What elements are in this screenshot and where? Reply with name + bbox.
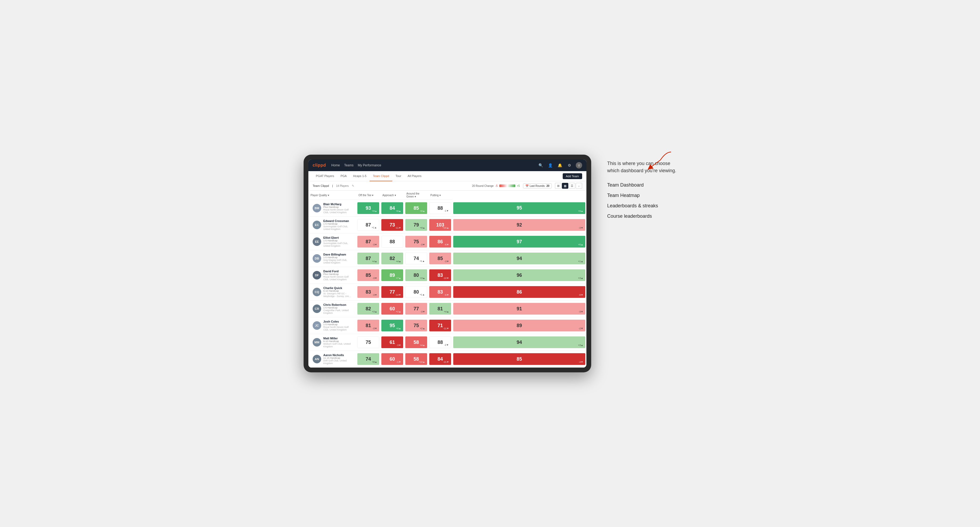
player-cell-7[interactable]: JCJosh Coles1-5 HandicapRoyal North Devo… xyxy=(309,317,356,334)
score-cell-1-1[interactable]: 73-11▼ xyxy=(380,217,404,233)
tab-pga[interactable]: PGA xyxy=(337,171,350,181)
nav-my-performance[interactable]: My Performance xyxy=(358,162,381,168)
score-cell-9-4[interactable]: 85-4▼ xyxy=(452,351,586,368)
add-team-button[interactable]: Add Team xyxy=(563,173,582,179)
score-cell-4-4[interactable]: 96+3▲ xyxy=(452,267,586,284)
score-cell-4-0[interactable]: 85-3▼ xyxy=(356,267,380,284)
score-cell-8-0[interactable]: 75 xyxy=(356,334,380,351)
score-cell-0-0[interactable]: 93+9▲ xyxy=(356,200,380,217)
col-header-putting[interactable]: Putting ▾ xyxy=(428,190,452,200)
last-rounds-label: Last Rounds: xyxy=(530,184,546,187)
tab-team-clippd[interactable]: Team Clippd xyxy=(370,171,392,181)
score-cell-9-1[interactable]: 60-1▼ xyxy=(380,351,404,368)
nav-teams[interactable]: Teams xyxy=(344,162,353,168)
view-heatmap-button[interactable]: ▦ xyxy=(562,183,568,189)
score-change: +1▲ xyxy=(578,260,583,263)
score-cell-4-2[interactable]: 80+3▲ xyxy=(404,267,428,284)
score-cell-7-1[interactable]: 95+8▲ xyxy=(380,317,404,334)
score-value: 97 xyxy=(517,239,522,244)
avatar[interactable]: U xyxy=(576,162,582,168)
score-cell-5-3[interactable]: 83-6▼ xyxy=(428,284,452,300)
score-cell-7-4[interactable]: 89-2▼ xyxy=(452,317,586,334)
tab-all-players[interactable]: All Players xyxy=(404,171,425,181)
score-cell-9-0[interactable]: 74+8▲ xyxy=(356,351,380,368)
view-list-button[interactable]: ☰ xyxy=(569,183,575,189)
score-cell-8-1[interactable]: 61-3▼ xyxy=(380,334,404,351)
annotation-panel: This is where you can choose which dashb… xyxy=(607,155,676,219)
search-icon[interactable]: 🔍 xyxy=(538,162,544,168)
score-cell-3-3[interactable]: 85-3▼ xyxy=(428,250,452,267)
col-header-off-tee[interactable]: Off the Tee ▾ xyxy=(356,190,380,200)
player-cell-9[interactable]: ANAaron Nicholls11-15 HandicapDrift Golf… xyxy=(309,351,356,368)
score-cell-2-1[interactable]: 88 xyxy=(380,233,404,250)
view-export-button[interactable]: ↓ xyxy=(576,183,582,189)
view-grid-button[interactable]: ⊞ xyxy=(555,183,562,189)
score-cell-2-2[interactable]: 75-3▼ xyxy=(404,233,428,250)
player-cell-8[interactable]: MMMatt Miller6-10 HandicapWoburn Golf Cl… xyxy=(309,334,356,351)
score-cell-0-2[interactable]: 85+8▲ xyxy=(404,200,428,217)
score-change: -2▼ xyxy=(579,327,583,330)
score-cell-8-3[interactable]: 88-2▼ xyxy=(428,334,452,351)
score-cell-5-0[interactable]: 83-3▼ xyxy=(356,284,380,300)
score-cell-3-2[interactable]: 74+1▲ xyxy=(404,250,428,267)
player-cell-6[interactable]: CRChris Robertson1-5 HandicapCraigmillar… xyxy=(309,300,356,317)
player-cell-3[interactable]: DBDave Billingham1-5 HandicapGog Magog G… xyxy=(309,250,356,267)
col-header-approach[interactable]: Approach ▾ xyxy=(380,190,404,200)
tab-tour[interactable]: Tour xyxy=(392,171,404,181)
score-cell-0-4[interactable]: 95+9▲ xyxy=(452,200,586,217)
tab-hcaps[interactable]: Hcaps 1-5 xyxy=(350,171,370,181)
score-cell-4-1[interactable]: 89+7▲ xyxy=(380,267,404,284)
score-cell-5-4[interactable]: 86-8▼ xyxy=(452,284,586,300)
team-name: Team Clippd xyxy=(313,184,329,187)
score-cell-8-2[interactable]: 58+4▲ xyxy=(404,334,428,351)
player-cell-4[interactable]: DFDavid FordPlus HandicapRoyal North Dev… xyxy=(309,267,356,284)
score-cell-6-1[interactable]: 60+2▲ xyxy=(380,300,404,317)
score-value: 93 xyxy=(366,205,371,211)
edit-icon[interactable]: ✎ xyxy=(352,184,354,187)
score-cell-1-2[interactable]: 79+9▲ xyxy=(404,217,428,233)
score-cell-4-3[interactable]: 83-10▼ xyxy=(428,267,452,284)
score-cell-3-1[interactable]: 82+4▲ xyxy=(380,250,404,267)
col-header-player[interactable]: Player Quality ▾ xyxy=(309,190,356,200)
score-cell-9-3[interactable]: 84-21▼ xyxy=(428,351,452,368)
score-cell-2-3[interactable]: 86-6▼ xyxy=(428,233,452,250)
bell-icon[interactable]: 🔔 xyxy=(557,162,563,168)
score-cell-7-2[interactable]: 75+2▲ xyxy=(404,317,428,334)
player-avatar: CQ xyxy=(313,288,321,296)
score-cell-2-0[interactable]: 87-3▼ xyxy=(356,233,380,250)
score-cell-2-4[interactable]: 97+5▲ xyxy=(452,233,586,250)
score-cell-1-4[interactable]: 92-3▼ xyxy=(452,217,586,233)
score-cell-6-0[interactable]: 82+3▲ xyxy=(356,300,380,317)
score-change: -3▼ xyxy=(372,277,377,279)
player-cell-2[interactable]: EEElliot Ebert1-5 HandicapSunningdale Go… xyxy=(309,233,356,250)
score-cell-1-3[interactable]: 103+15▲ xyxy=(428,217,452,233)
score-cell-0-3[interactable]: 88-1▼ xyxy=(428,200,452,217)
option-team-dashboard: Team Dashboard xyxy=(607,182,676,188)
score-change: -3▼ xyxy=(444,260,449,263)
player-cell-0[interactable]: BMBlair McHargPlus HandicapRoyal North D… xyxy=(309,200,356,217)
settings-icon[interactable]: ⚙ xyxy=(566,162,573,168)
player-cell-1[interactable]: ECEdward Crossman1-5 HandicapSunningdale… xyxy=(309,217,356,233)
score-change: +2▲ xyxy=(420,327,425,330)
score-cell-6-4[interactable]: 91-3▼ xyxy=(452,300,586,317)
score-cell-5-2[interactable]: 80+1▲ xyxy=(404,284,428,300)
col-header-around-green[interactable]: Around the Green ▾ xyxy=(404,190,428,200)
tab-pgat-players[interactable]: PGAT Players xyxy=(313,171,337,181)
score-cell-7-3[interactable]: 71-11▼ xyxy=(428,317,452,334)
score-cell-7-0[interactable]: 81-3▼ xyxy=(356,317,380,334)
score-value: 85 xyxy=(366,273,371,278)
score-cell-8-4[interactable]: 94+3▲ xyxy=(452,334,586,351)
score-cell-3-4[interactable]: 94+1▲ xyxy=(452,250,586,267)
player-cell-5[interactable]: CQCharlie Quick6-10 HandicapSt. George's… xyxy=(309,284,356,300)
user-icon[interactable]: 👤 xyxy=(547,162,554,168)
score-cell-0-1[interactable]: 84+6▲ xyxy=(380,200,404,217)
score-cell-1-0[interactable]: 87+1▲ xyxy=(356,217,380,233)
last-rounds-button[interactable]: 📅 Last Rounds: 20 xyxy=(523,183,552,189)
score-cell-6-3[interactable]: 81+4▲ xyxy=(428,300,452,317)
score-cell-5-1[interactable]: 77-14▼ xyxy=(380,284,404,300)
nav-home[interactable]: Home xyxy=(331,162,340,168)
score-cell-9-2[interactable]: 58+10▲ xyxy=(404,351,428,368)
score-cell-6-2[interactable]: 77-3▼ xyxy=(404,300,428,317)
score-change: +4▲ xyxy=(396,260,401,263)
score-cell-3-0[interactable]: 87+4▲ xyxy=(356,250,380,267)
